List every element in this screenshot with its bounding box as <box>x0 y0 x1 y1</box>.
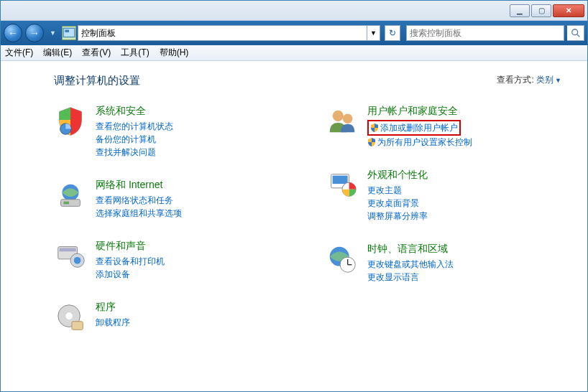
shield-icon <box>370 123 379 131</box>
right-column: 用户帐户和家庭安全 添加或删除用户帐户 为所有用户设置家长控制 外观和个性化 更… <box>326 105 569 354</box>
menu-edit[interactable]: 编辑(E) <box>43 47 72 59</box>
address-bar: ▼ <box>62 24 380 42</box>
category-programs: 程序 卸载程序 <box>54 301 297 334</box>
category-title[interactable]: 网络和 Internet <box>96 179 182 192</box>
category-users: 用户帐户和家庭安全 添加或删除用户帐户 为所有用户设置家长控制 <box>326 105 569 149</box>
category-title[interactable]: 硬件和声音 <box>96 240 165 253</box>
svg-point-13 <box>65 312 73 319</box>
svg-rect-9 <box>60 248 76 252</box>
menu-view[interactable]: 查看(V) <box>82 47 111 59</box>
category-title[interactable]: 程序 <box>96 301 130 314</box>
cat-link[interactable]: 查看您的计算机状态 <box>96 120 173 133</box>
category-system: 系统和安全 查看您的计算机状态 备份您的计算机 查找并解决问题 <box>54 105 297 159</box>
category-title[interactable]: 用户帐户和家庭安全 <box>367 105 472 118</box>
forward-button[interactable]: → <box>25 24 44 42</box>
category-clock: 时钟、语言和区域 更改键盘或其他输入法 更改显示语言 <box>326 243 569 284</box>
cat-link[interactable]: 更改主题 <box>367 184 428 197</box>
content-pane: 调整计算机的设置 查看方式: 类别▼ 系统和安全 查看您的计算机状态 备份您的计… <box>1 61 587 391</box>
cat-link[interactable]: 查看设备和打印机 <box>96 255 165 268</box>
cat-link[interactable]: 更改键盘或其他输入法 <box>367 258 454 271</box>
control-panel-icon <box>62 26 76 40</box>
category-title[interactable]: 时钟、语言和区域 <box>367 243 454 256</box>
cat-link[interactable]: 更改显示语言 <box>367 271 454 284</box>
svg-rect-18 <box>333 176 348 185</box>
network-icon <box>54 179 87 212</box>
menu-bar: 文件(F) 编辑(E) 查看(V) 工具(T) 帮助(H) <box>1 45 587 61</box>
hardware-icon <box>54 240 87 273</box>
shield-icon <box>367 137 376 146</box>
minimize-button[interactable] <box>510 4 530 17</box>
menu-tools[interactable]: 工具(T) <box>121 47 149 59</box>
svg-rect-1 <box>65 30 69 32</box>
nav-bar: ← → ▼ ▼ ↻ <box>1 21 587 45</box>
menu-help[interactable]: 帮助(H) <box>160 47 189 59</box>
category-title[interactable]: 外观和个性化 <box>367 169 428 182</box>
maximize-button[interactable] <box>531 4 551 17</box>
search-button[interactable] <box>567 25 584 41</box>
menu-file[interactable]: 文件(F) <box>5 47 33 59</box>
cat-link[interactable]: 更改桌面背景 <box>367 197 428 210</box>
category-network: 网络和 Internet 查看网络状态和任务 选择家庭组和共享选项 <box>54 179 297 220</box>
view-mode-value[interactable]: 类别▼ <box>536 75 561 85</box>
cat-link[interactable]: 添加设备 <box>96 268 165 281</box>
page-title: 调整计算机的设置 <box>54 74 569 88</box>
search-input[interactable] <box>406 25 564 41</box>
highlighted-link: 添加或删除用户帐户 <box>367 120 461 136</box>
svg-point-2 <box>571 29 577 35</box>
cat-link[interactable]: 卸载程序 <box>96 316 130 329</box>
close-button[interactable] <box>553 4 584 17</box>
users-icon <box>326 105 359 138</box>
window-titlebar <box>1 1 587 21</box>
svg-rect-0 <box>63 28 75 37</box>
address-input[interactable] <box>78 25 367 41</box>
address-dropdown[interactable]: ▼ <box>367 25 380 41</box>
refresh-button[interactable]: ↻ <box>385 25 400 41</box>
view-mode-label: 查看方式: <box>497 75 533 85</box>
system-security-icon <box>54 105 87 138</box>
category-hardware: 硬件和声音 查看设备和打印机 添加设备 <box>54 240 297 281</box>
svg-point-15 <box>333 111 344 121</box>
cat-link[interactable]: 查看网络状态和任务 <box>96 194 182 207</box>
category-appearance: 外观和个性化 更改主题 更改桌面背景 调整屏幕分辨率 <box>326 169 569 223</box>
svg-rect-7 <box>63 202 69 205</box>
category-title[interactable]: 系统和安全 <box>96 105 173 118</box>
cat-link-add-remove-users[interactable]: 添加或删除用户帐户 <box>380 123 458 133</box>
back-button[interactable]: ← <box>4 24 22 42</box>
view-mode: 查看方式: 类别▼ <box>497 74 561 86</box>
cat-link[interactable]: 选择家庭组和共享选项 <box>96 207 182 220</box>
clock-icon <box>326 243 359 276</box>
svg-point-11 <box>74 257 81 264</box>
svg-line-3 <box>576 34 579 37</box>
cat-link[interactable]: 为所有用户设置家长控制 <box>367 136 472 149</box>
appearance-icon <box>326 169 359 202</box>
cat-link[interactable]: 查找并解决问题 <box>96 146 173 159</box>
cat-link[interactable]: 备份您的计算机 <box>96 133 173 146</box>
cat-link[interactable]: 调整屏幕分辨率 <box>367 210 428 223</box>
svg-rect-14 <box>72 322 83 330</box>
programs-icon <box>54 301 87 334</box>
history-dropdown-icon[interactable]: ▼ <box>50 29 56 37</box>
svg-point-16 <box>343 113 352 123</box>
left-column: 系统和安全 查看您的计算机状态 备份您的计算机 查找并解决问题 网络和 Inte… <box>54 105 297 354</box>
